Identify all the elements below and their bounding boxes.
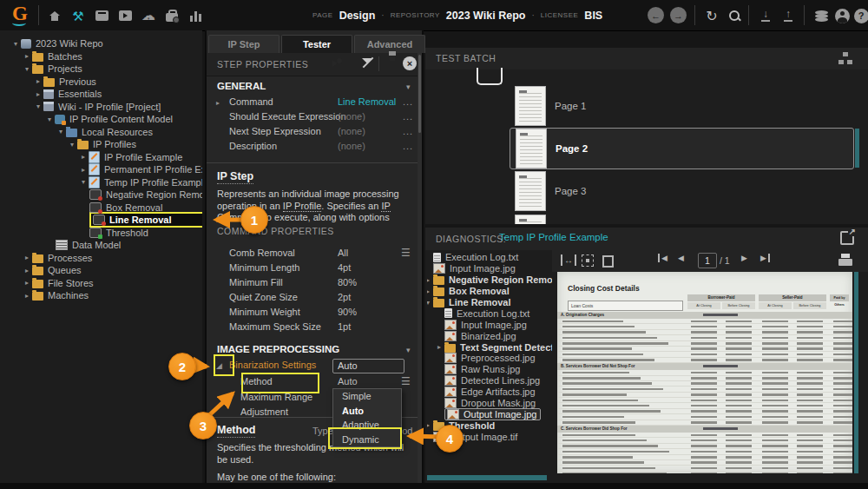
toggle-preview-button[interactable] <box>344 56 358 71</box>
menu-icon[interactable]: ☰ <box>401 247 411 259</box>
database-button[interactable] <box>812 8 830 23</box>
fit-width-icon[interactable]: ↔ <box>561 254 576 266</box>
tree-item[interactable]: Preprocessed.jpg <box>444 353 552 364</box>
batches-button[interactable] <box>93 8 110 23</box>
expander-icon[interactable]: ▸ <box>434 343 444 351</box>
ellipsis-button[interactable]: ... <box>403 126 413 136</box>
tools-button[interactable]: ⚒ <box>69 8 87 23</box>
tree-item[interactable]: Input Image.jpg <box>444 319 552 330</box>
property-value[interactable]: 1pt <box>338 321 351 332</box>
property-value[interactable]: 80% <box>338 277 357 287</box>
forward-button[interactable]: → <box>670 7 687 23</box>
tree-item[interactable]: ▸Text Segment Detection <box>434 341 552 353</box>
tree-item[interactable]: ▸File Stores <box>22 277 202 290</box>
tree-item[interactable]: Execution Log.txt <box>444 307 552 319</box>
expander-icon[interactable]: ▸ <box>22 267 32 274</box>
property-value[interactable]: (none) <box>338 126 365 136</box>
document-preview[interactable]: Closing Cost Details Loan Costs Borrower… <box>557 272 852 473</box>
property-value[interactable]: Line Removal <box>338 96 396 107</box>
tree-item[interactable]: Raw Runs.jpg <box>444 364 552 375</box>
tree-item[interactable]: ▸Previous <box>33 76 202 89</box>
page-value[interactable]: Design <box>339 10 376 22</box>
expander-icon[interactable]: ▸ <box>22 52 32 60</box>
property-value[interactable]: 2pt <box>338 292 351 302</box>
scrollbar-thumb[interactable] <box>427 475 547 480</box>
search-button[interactable] <box>726 8 743 23</box>
media-button[interactable] <box>116 8 134 23</box>
binarization-settings-input[interactable]: Auto <box>332 359 404 373</box>
tree-item[interactable]: ▸Essentials <box>33 88 202 101</box>
expander-icon[interactable]: ▸ <box>33 90 43 98</box>
tree-item[interactable]: Output Image.jpg <box>444 408 552 420</box>
image-preprocessing-header[interactable]: IMAGE PREPROCESSING <box>217 344 339 354</box>
property-value[interactable]: All <box>338 248 348 258</box>
adjustment-label[interactable]: Adjustment <box>240 406 288 417</box>
tree-item[interactable]: ▾Projects <box>22 63 202 76</box>
tree-item[interactable]: Dropout Mask.jpg <box>444 398 552 409</box>
expander-icon[interactable]: ▾ <box>78 178 89 186</box>
page-row[interactable]: Page 2 <box>510 128 854 169</box>
cloud-upload-button[interactable]: ☁ <box>140 8 157 23</box>
clear-filter-button[interactable] <box>361 56 376 71</box>
tree-item[interactable]: Negative Region Removal <box>89 188 202 202</box>
expander-icon[interactable]: ▸ <box>78 166 89 174</box>
general-section-header[interactable]: GENERAL <box>217 81 266 91</box>
tree-item[interactable]: ▸Machines <box>22 289 202 302</box>
tree-item[interactable]: ▸Batches <box>22 50 202 63</box>
ellipsis-button[interactable]: ... <box>403 141 413 151</box>
tree-item[interactable]: ▸Permanent IP Profile Example <box>78 163 202 176</box>
expander-icon[interactable]: ▸ <box>427 276 433 284</box>
ip-profile-link[interactable]: IP Profile <box>283 201 321 212</box>
tree-item[interactable]: ▾Line Removal <box>427 297 552 308</box>
maximum-range-label[interactable]: Maximum Range <box>240 392 312 402</box>
export-button[interactable]: ↑ <box>779 8 797 23</box>
page-row[interactable]: Page 1 <box>515 86 586 126</box>
tree-item[interactable]: Binarized.jpg <box>444 330 552 341</box>
licensee-value[interactable]: BIS <box>584 10 602 22</box>
expander-icon[interactable]: ▾ <box>33 102 43 110</box>
dropdown-item-auto[interactable]: Auto <box>333 404 401 419</box>
selection-icon[interactable] <box>582 254 594 267</box>
account-button[interactable] <box>833 8 851 23</box>
tree-item[interactable]: Edge Artifacts.jpg <box>444 387 552 398</box>
expander-icon[interactable]: ▾ <box>10 40 21 48</box>
method-label[interactable]: Method <box>240 376 273 387</box>
ellipsis-button[interactable]: ... <box>403 96 413 107</box>
expander-icon[interactable]: ▸ <box>427 287 433 295</box>
property-value[interactable]: 90% <box>338 307 357 317</box>
page-thumbnail[interactable] <box>515 86 546 126</box>
expander-icon[interactable]: ▾ <box>44 116 55 123</box>
expander-icon[interactable]: ▾ <box>427 299 433 307</box>
binarization-expander-icon[interactable]: ◢ <box>216 361 222 370</box>
tab-advanced[interactable]: Advanced <box>354 35 425 53</box>
print-icon[interactable] <box>838 254 852 266</box>
row-expander-icon[interactable]: ▸ <box>216 99 220 107</box>
property-value[interactable]: (none) <box>338 141 365 151</box>
tree-item[interactable]: ▾IP Profile Content Model <box>44 113 202 126</box>
jobs-button[interactable] <box>163 8 181 23</box>
stats-button[interactable] <box>187 8 204 23</box>
last-page-button[interactable]: ▶ <box>760 254 770 262</box>
tree-item[interactable]: ▾IP Profiles <box>67 138 202 151</box>
chevron-down-icon[interactable]: ▾ <box>406 346 411 354</box>
selected-tree-item[interactable]: Line Removal <box>89 212 202 228</box>
grooper-logo[interactable]: G <box>9 3 31 27</box>
scrollbar-thumb[interactable] <box>855 129 859 168</box>
diagnostics-profile-name[interactable]: Temp IP Profile Example <box>499 232 608 242</box>
tree-item[interactable]: Line Removal <box>89 214 202 227</box>
tree-item[interactable]: ▾2023 Wiki Repo <box>10 37 202 50</box>
dropdown-item-adaptive[interactable]: Adaptive <box>333 418 401 433</box>
page-row[interactable] <box>515 215 555 224</box>
copy-pages-icon[interactable] <box>602 255 614 268</box>
tree-item[interactable]: Input Image.jpg <box>433 263 552 274</box>
method-menu-icon[interactable]: ☰ <box>401 375 411 387</box>
page-thumbnail[interactable] <box>515 215 546 224</box>
binarization-settings-label[interactable]: Binarization Settings <box>229 360 316 370</box>
tree-item[interactable]: ▸Box Removal <box>427 286 552 297</box>
import-button[interactable]: ↓ <box>757 8 774 23</box>
tab-ip-step[interactable]: IP Step <box>208 35 279 53</box>
expander-icon[interactable]: ▸ <box>22 292 32 300</box>
open-in-new-window-icon[interactable] <box>840 231 854 245</box>
expander-icon[interactable]: ▸ <box>22 279 32 287</box>
home-button[interactable] <box>46 8 63 23</box>
